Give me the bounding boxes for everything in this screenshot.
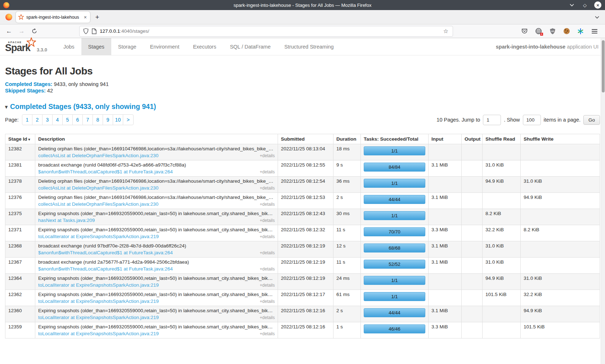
stage-description-cell: Expiring snapshots (older_than=166932055… — [35, 225, 278, 241]
page-button-7[interactable]: 7 — [83, 115, 93, 125]
pager: 12345678910> — [22, 114, 134, 125]
column-header-shuffle-read[interactable]: Shuffle Read — [483, 134, 521, 144]
details-toggle[interactable]: +details — [260, 267, 275, 272]
description-subline: collectAsList at DeleteOrphanFilesSparkA… — [38, 185, 275, 191]
details-toggle[interactable]: +details — [260, 202, 275, 207]
page-button-5[interactable]: 5 — [63, 115, 73, 125]
minimize-button[interactable] — [568, 1, 575, 9]
column-header-stage-id[interactable]: Stage Id▾ — [5, 134, 35, 144]
spark-logo[interactable]: APACHE Spark — [5, 38, 33, 55]
duration-cell: 36 ms — [333, 177, 361, 193]
shuffle-read-cell: 31.0 KiB — [483, 241, 521, 258]
cookie-extension-icon[interactable] — [563, 27, 570, 35]
privacy-extension-icon[interactable]: ✕ — [534, 27, 542, 35]
stage-description-cell: Expiring snapshots (older_than=166932055… — [35, 209, 278, 225]
maximize-button[interactable]: ◇ — [581, 1, 588, 9]
nav-item-structured-streaming[interactable]: Structured Streaming — [278, 38, 341, 55]
stage-row-12367: 12367broadcast exchange (runId 2a75677f-… — [5, 258, 600, 274]
description-subline: toLocalIterator at ExpireSnapshotsSparkA… — [38, 234, 275, 239]
nav-item-stages[interactable]: Stages — [81, 38, 111, 55]
column-header-output[interactable]: Output — [462, 134, 483, 144]
stage-callsite-link[interactable]: toLocalIterator at ExpireSnapshotsSparkA… — [38, 299, 159, 304]
stage-callsite-link[interactable]: toLocalIterator at ExpireSnapshotsSparkA… — [38, 282, 159, 288]
url-bar[interactable]: 127.0.0.1:4040/stages/ ☆ — [79, 26, 453, 37]
stage-callsite-link[interactable]: toLocalIterator at ExpireSnapshotsSparkA… — [38, 331, 159, 336]
details-toggle[interactable]: +details — [260, 283, 275, 288]
stage-callsite-link[interactable]: toLocalIterator at ExpireSnapshotsSparkA… — [38, 315, 159, 320]
tasks-cell: 70/70 — [361, 225, 429, 241]
details-toggle[interactable]: +details — [260, 299, 275, 304]
page-scrollbar[interactable] — [601, 38, 605, 364]
colorful-asterisk-extension-icon[interactable] — [577, 27, 584, 35]
page-button-8[interactable]: 8 — [93, 115, 103, 125]
submitted-cell: 2022/11/25 08:12:55 — [278, 160, 333, 177]
details-toggle[interactable]: +details — [260, 250, 275, 255]
pocket-icon[interactable] — [520, 27, 528, 35]
column-header-description[interactable]: Description — [35, 134, 278, 144]
page-button-9[interactable]: 9 — [103, 115, 113, 125]
tab-close-icon[interactable]: × — [83, 14, 88, 20]
page-button-6[interactable]: 6 — [73, 115, 83, 125]
menu-icon[interactable] — [591, 27, 599, 35]
stage-callsite-link[interactable]: $anonfun$withThreadLocalCaptured$1 at Fu… — [38, 169, 173, 174]
sort-desc-icon: ▾ — [28, 137, 30, 141]
shield-icon[interactable] — [83, 28, 89, 34]
column-header-shuffle-write[interactable]: Shuffle Write — [521, 134, 600, 144]
details-toggle[interactable]: +details — [260, 218, 275, 223]
stage-callsite-link[interactable]: toLocalIterator at ExpireSnapshotsSparkA… — [38, 234, 159, 239]
go-button[interactable]: Go — [583, 115, 600, 125]
stage-description-cell: Deleting orphan files (older_than=166910… — [35, 177, 278, 193]
stage-callsite-link[interactable]: $anonfun$withThreadLocalCaptured$1 at Fu… — [38, 266, 173, 272]
stage-callsite-link[interactable]: hasNext at Tasks.java:209 — [38, 218, 95, 223]
column-header-input[interactable]: Input — [429, 134, 462, 144]
details-toggle[interactable]: +details — [260, 186, 275, 191]
details-toggle[interactable]: +details — [260, 169, 275, 174]
nav-item-jobs[interactable]: Jobs — [57, 38, 81, 55]
stage-callsite-link[interactable]: collectAsList at DeleteOrphanFilesSparkA… — [38, 185, 158, 191]
column-header-tasks-succeeded-total[interactable]: Tasks: Succeeded/Total — [361, 134, 429, 144]
page-button-10[interactable]: 10 — [113, 115, 123, 125]
forward-button[interactable]: → — [16, 26, 27, 36]
duration-cell: 9 s — [333, 160, 361, 177]
details-toggle[interactable]: +details — [260, 234, 275, 239]
page-button-1[interactable]: 1 — [22, 115, 32, 125]
nav-item-storage[interactable]: Storage — [111, 38, 143, 55]
bookmark-star-icon[interactable]: ☆ — [443, 28, 449, 35]
page-next-button[interactable]: > — [123, 115, 133, 125]
items-per-page-input[interactable] — [523, 115, 541, 125]
column-header-duration[interactable]: Duration — [333, 134, 361, 144]
page-button-3[interactable]: 3 — [42, 115, 53, 125]
stage-callsite-link[interactable]: $anonfun$withThreadLocalCaptured$1 at Fu… — [38, 250, 173, 255]
duration-cell: 2 s — [333, 306, 361, 322]
nav-item-sql-dataframe[interactable]: SQL / DataFrame — [223, 38, 277, 55]
browser-tab[interactable]: spark-ingest-into-lakehous × — [16, 12, 90, 23]
new-tab-button[interactable]: + — [92, 12, 102, 22]
close-button[interactable]: × — [594, 1, 601, 9]
reload-button[interactable] — [29, 26, 40, 36]
stage-description-cell: Deleting orphan files (older_than=166910… — [35, 144, 278, 160]
details-toggle[interactable]: +details — [260, 315, 275, 320]
input-cell: 3.1 MiB — [429, 193, 462, 209]
stage-description: Expiring snapshots (older_than=166932055… — [38, 292, 275, 297]
site-info-icon[interactable] — [92, 28, 97, 34]
completed-stages-section-toggle[interactable]: ▾ Completed Stages (9433, only showing 9… — [5, 103, 600, 111]
nav-item-executors[interactable]: Executors — [186, 38, 223, 55]
description-subline: collectAsList at DeleteOrphanFilesSparkA… — [38, 153, 275, 158]
column-header-submitted[interactable]: Submitted — [278, 134, 333, 144]
nav-item-environment[interactable]: Environment — [143, 38, 186, 55]
stage-callsite-link[interactable]: collectAsList at DeleteOrphanFilesSparkA… — [38, 153, 158, 158]
details-toggle[interactable]: +details — [260, 153, 275, 158]
details-toggle[interactable]: +details — [260, 331, 275, 336]
ublock-icon[interactable]: UO — [548, 27, 556, 35]
shuffle-read-cell: 31.0 KiB — [483, 160, 521, 177]
back-button[interactable]: ← — [4, 26, 14, 36]
scrollbar-thumb[interactable] — [602, 40, 605, 92]
page-button-4[interactable]: 4 — [53, 115, 63, 125]
jump-to-page-input[interactable] — [483, 115, 501, 125]
stage-callsite-link[interactable]: collectAsList at DeleteOrphanFilesSparkA… — [38, 201, 158, 207]
page-button-2[interactable]: 2 — [32, 115, 42, 125]
window-titlebar: spark-ingest-into-lakehouse - Stages for… — [0, 0, 605, 10]
description-subline: $anonfun$withThreadLocalCaptured$1 at Fu… — [38, 169, 275, 174]
firefox-view-button[interactable] — [4, 12, 14, 22]
list-all-tabs-button[interactable] — [592, 12, 602, 22]
